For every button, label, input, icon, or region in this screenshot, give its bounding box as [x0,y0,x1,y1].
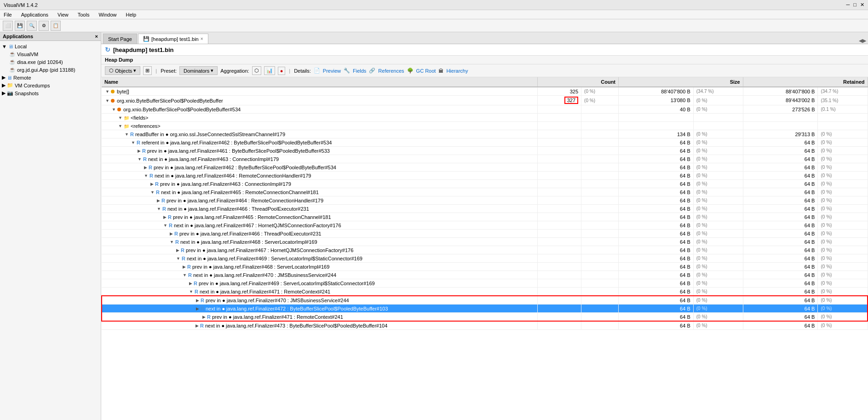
preview-link[interactable]: Preview [323,68,341,74]
heap-table-container[interactable]: Name Count Size Retained ▼byte[]325(0 %)… [101,77,868,420]
menu-view[interactable]: View [56,11,70,18]
expand-icon[interactable]: ▶ [189,281,192,286]
close-btn[interactable]: ✕ [860,2,864,8]
table-row[interactable]: ▼Rnext in ● java.lang.ref.Finalizer#469 … [102,254,868,263]
expand-icon[interactable]: ▶ [170,231,173,236]
table-row[interactable]: ▼RreadBuffer in ● org.xnio.ssl.JsseConne… [102,130,868,138]
table-row[interactable]: ▶Rnext in ● java.lang.ref.Finalizer#472 … [102,305,868,313]
sidebar-item-visualvm[interactable]: ☕ VisualVM [1,50,100,58]
refresh-icon[interactable]: ↻ [105,46,110,53]
expand-icon[interactable]: ▶ [163,215,167,219]
references-link[interactable]: References [378,68,404,74]
table-row[interactable]: ▼📁<references> [102,122,868,130]
minimize-btn[interactable]: ─ [846,2,850,8]
sidebar-item-orgapp[interactable]: ☕ org.jd.gui.App (pid 13188) [1,66,100,74]
expand-icon[interactable]: ▶ [144,165,147,170]
agg-btn-2[interactable]: 📊 [264,66,275,75]
menu-applications[interactable]: Applications [19,11,50,18]
table-row[interactable]: ▼Rnext in ● java.lang.ref.Finalizer#467 … [102,221,868,230]
maximize-btn[interactable]: □ [853,2,857,8]
table-row[interactable]: ▶Rprev in ● java.lang.ref.Finalizer#470 … [102,296,868,305]
table-row[interactable]: ▶Rprev in ● java.lang.ref.Finalizer#462 … [102,163,868,172]
toolbar-icon-grid[interactable]: ⊞ [143,66,152,75]
expand-icon[interactable]: ▼ [118,115,122,120]
expand-icon[interactable]: ▼ [170,240,174,244]
table-row[interactable]: ▼byte[]325(0 %)88'407'800 B(34.7 %)88'40… [102,87,868,96]
agg-btn-3[interactable]: ● [278,67,286,75]
tab-start-page[interactable]: Start Page [103,34,137,44]
sidebar-item-snapshots[interactable]: ▶ 📷 Snapshots [1,89,100,97]
table-row[interactable]: ▶Rprev in ● java.lang.ref.Finalizer#467 … [102,246,868,254]
table-row[interactable]: ▶Rprev in ● java.lang.ref.Finalizer#463 … [102,180,868,188]
menu-tools[interactable]: Tools [76,11,92,18]
expand-icon[interactable]: ▼ [163,223,167,228]
expand-icon[interactable]: ▶ [195,323,199,328]
expand-icon[interactable]: ▶ [150,182,154,186]
expand-icon[interactable]: ▼ [157,207,161,211]
expand-icon[interactable]: ▶ [138,149,141,153]
toolbar-btn-3[interactable]: 🔍 [27,21,37,31]
table-row[interactable]: ▶Rprev in ● java.lang.ref.Finalizer#469 … [102,279,868,288]
expand-icon[interactable]: ▶ [202,315,206,319]
sidebar-item-local[interactable]: ▼ 🖥 Local [1,43,100,50]
expand-icon[interactable]: ▼ [105,98,109,103]
tab-heapdump[interactable]: 💾 [heapdump] test1.bin × [138,34,208,44]
table-row[interactable]: ▼Rnext in ● java.lang.ref.Finalizer#471 … [102,288,868,296]
expand-icon[interactable]: ▼ [189,289,193,294]
preset-btn[interactable]: Dominators ▾ [179,66,218,75]
menu-file[interactable]: File [2,11,14,18]
table-row[interactable]: ▶Rprev in ● java.lang.ref.Finalizer#465 … [102,213,868,221]
table-row[interactable]: ▼Rnext in ● java.lang.ref.Finalizer#465 … [102,188,868,196]
table-row[interactable]: ▶Rprev in ● java.lang.ref.Finalizer#471 … [102,313,868,322]
col-header-size[interactable]: Size [619,77,743,87]
sidebar-item-vmcoredumps[interactable]: ▶ 📁 VM Coredumps [1,81,100,89]
fields-link[interactable]: Fields [353,68,366,74]
sidebar-item-remote[interactable]: ▶ 🖥 Remote [1,74,100,81]
expand-icon[interactable]: ▼ [131,140,135,145]
agg-btn-1[interactable]: ⬡ [252,66,261,75]
expand-icon[interactable]: ▼ [125,132,129,137]
toolbar-btn-1[interactable]: ⬜ [3,21,13,31]
col-header-name[interactable]: Name [102,77,538,87]
tab-heapdump-close[interactable]: × [201,36,203,41]
table-row[interactable]: ▶Rprev in ● java.lang.ref.Finalizer#466 … [102,230,868,238]
table-row[interactable]: ▼📁<fields> [102,114,868,122]
expand-icon[interactable]: ▼ [150,190,155,195]
table-row[interactable]: ▶Rprev in ● java.lang.ref.Finalizer#464 … [102,196,868,205]
expand-icon[interactable]: ▶ [196,298,199,303]
menu-help[interactable]: Help [124,11,138,18]
expand-icon[interactable]: ▼ [112,107,116,112]
table-row[interactable]: ▶Rnext in ● java.lang.ref.Finalizer#473 … [102,321,868,330]
table-row[interactable]: ▶Rprev in ● java.lang.ref.Finalizer#461 … [102,147,868,155]
sidebar-item-disa[interactable]: ☕ disa.exe (pid 10264) [1,58,100,66]
hierarchy-link[interactable]: Hierarchy [446,68,468,74]
toolbar-btn-5[interactable]: 📋 [51,21,61,31]
col-header-count[interactable]: Count [538,77,619,87]
gcroot-link[interactable]: GC Root [416,68,436,74]
tab-nav-right[interactable]: ▶ [862,38,866,44]
table-row[interactable]: ▼org.xnio.ByteBufferSlicePool$PooledByte… [102,96,868,105]
table-row[interactable]: ▼Rnext in ● java.lang.ref.Finalizer#466 … [102,205,868,213]
expand-icon[interactable]: ▶ [176,248,179,253]
expand-icon[interactable]: ▼ [183,273,187,277]
table-row[interactable]: ▼Rnext in ● java.lang.ref.Finalizer#468 … [102,238,868,246]
menu-window[interactable]: Window [97,11,118,18]
table-row[interactable]: ▼Rreferent in ● java.lang.ref.Finalizer#… [102,138,868,147]
expand-icon[interactable]: ▼ [105,89,109,94]
expand-icon[interactable]: ▼ [176,256,180,261]
objects-btn[interactable]: ⬡ Objects ▾ [105,66,140,75]
panel-close-btn[interactable]: × [95,34,98,39]
tab-nav-left[interactable]: ◀ [859,38,862,44]
table-row[interactable]: ▼Rnext in ● java.lang.ref.Finalizer#470 … [102,271,868,279]
toolbar-btn-2[interactable]: 💾 [15,21,25,31]
expand-icon[interactable]: ▼ [144,173,148,178]
expand-icon[interactable]: ▼ [138,157,142,161]
col-header-retained[interactable]: Retained [743,77,868,87]
table-row[interactable]: ▼Rnext in ● java.lang.ref.Finalizer#464 … [102,172,868,180]
expand-icon[interactable]: ▶ [157,198,160,203]
table-row[interactable]: ▶Rprev in ● java.lang.ref.Finalizer#468 … [102,263,868,271]
table-row[interactable]: ▼Rnext in ● java.lang.ref.Finalizer#463 … [102,155,868,163]
expand-icon[interactable]: ▼ [118,124,122,128]
table-row[interactable]: ▼org.xnio.ByteBufferSlicePool$PooledByte… [102,105,868,114]
toolbar-btn-4[interactable]: ⚙ [39,21,49,31]
